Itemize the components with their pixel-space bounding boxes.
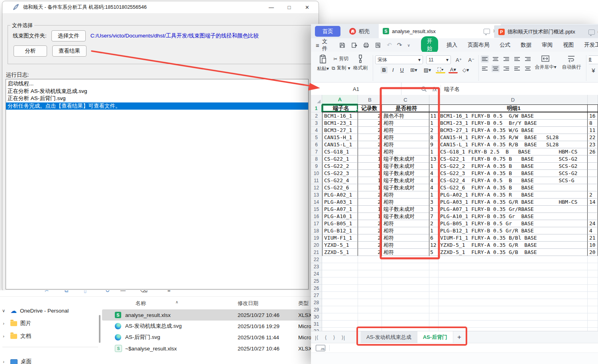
cell[interactable]: 24 xyxy=(588,220,598,227)
align-right-button[interactable] xyxy=(502,65,510,72)
cell[interactable]: 22 xyxy=(588,134,598,141)
row-header[interactable]: 4 xyxy=(311,127,322,134)
row-header[interactable]: 9 xyxy=(311,163,322,170)
cell[interactable] xyxy=(588,270,598,277)
cell[interactable]: 端子数未成对 xyxy=(382,184,429,191)
cell[interactable] xyxy=(382,321,429,328)
cell[interactable]: 1 xyxy=(358,206,382,213)
cell[interactable]: CAN15-H_1 FLRY-A 0.35 R/W BASE SL28 xyxy=(439,134,588,141)
cell[interactable] xyxy=(588,177,598,184)
cell[interactable] xyxy=(588,213,598,220)
cell[interactable]: 4 xyxy=(429,184,439,191)
analyze-button[interactable]: 分析 xyxy=(14,45,47,57)
cell[interactable] xyxy=(322,285,358,292)
cell[interactable] xyxy=(429,285,439,292)
sheet-grid[interactable]: 1端子名记录数是否相符明细12BCM1-16_12颜色不符11BCM1-16_1… xyxy=(311,104,598,331)
row-header[interactable]: 13 xyxy=(311,191,322,199)
cell[interactable] xyxy=(358,313,382,321)
cell[interactable]: 相符 xyxy=(382,199,429,206)
column-header-col5[interactable] xyxy=(588,95,598,104)
cell[interactable]: 26 xyxy=(588,148,598,155)
menu-file[interactable]: ≡ 文件 xyxy=(311,38,332,52)
cell[interactable]: PLG-B12_1 FLRY-B 0.5 Gr/R BASE xyxy=(439,227,588,234)
column-header-date[interactable]: 修改日期 xyxy=(238,300,258,307)
toolbar-icon-fragment[interactable]: ⌫ xyxy=(140,290,148,293)
save-icon[interactable] xyxy=(339,42,346,49)
js-macro-icon[interactable]: JS xyxy=(316,345,325,351)
cell[interactable]: 2 xyxy=(358,127,382,134)
cell[interactable]: 相符 xyxy=(382,242,429,249)
cell[interactable]: PLG-B12_1 xyxy=(322,227,358,234)
cell[interactable]: 2 xyxy=(588,191,598,199)
cell[interactable]: CS-G22_4 xyxy=(322,177,358,184)
cell[interactable]: 2 xyxy=(358,191,382,199)
tab-spreadsheet-document[interactable]: S analyse_result.xlsx ✕ xyxy=(379,24,501,38)
cell[interactable]: 10 xyxy=(588,242,598,249)
cell[interactable]: 8 xyxy=(429,134,439,141)
shading-button[interactable]: ▨▾ xyxy=(422,67,433,73)
chevron-right-icon[interactable]: › xyxy=(0,359,7,364)
row-header[interactable]: 7 xyxy=(311,148,322,155)
cell[interactable]: 8 xyxy=(588,120,598,127)
cell[interactable]: 颜色不符 xyxy=(382,112,429,120)
cell[interactable] xyxy=(588,277,598,285)
sheet-nav-next-icon[interactable]: ⟩ xyxy=(333,334,335,340)
print-preview-icon[interactable] xyxy=(375,42,382,49)
cell[interactable]: 相符 xyxy=(382,227,429,234)
cell[interactable]: 21 xyxy=(588,234,598,242)
cell[interactable]: CAN15-L_1 FLRY-A 0.35 R/B BASE SL28 xyxy=(439,141,588,148)
cell[interactable]: 9 xyxy=(429,141,439,148)
increase-indent-button[interactable] xyxy=(524,55,532,63)
merge-center-button[interactable]: 合并居中▾ xyxy=(532,54,559,71)
cell[interactable]: 14 xyxy=(588,199,598,206)
cell[interactable] xyxy=(358,321,382,328)
cell[interactable] xyxy=(439,306,588,313)
increase-font-button[interactable]: A⁺ xyxy=(454,57,464,63)
cell[interactable]: 2 xyxy=(429,127,439,134)
cell[interactable] xyxy=(439,277,588,285)
cell[interactable] xyxy=(439,270,588,277)
cell[interactable]: BCM3-27_1 FLRY-A 0.35 W/G BASE xyxy=(439,127,588,134)
row-header[interactable]: 32 xyxy=(311,328,322,331)
cell[interactable]: 2 xyxy=(358,242,382,249)
cell[interactable]: 5 xyxy=(429,249,439,256)
row-header[interactable]: 22 xyxy=(311,256,322,263)
toolbar-icon-fragment[interactable]: ⧉ xyxy=(65,290,68,294)
run-log-listbox[interactable]: 启动线程...正在分析 AS-发动机线束总成.svg正在分析 AS-后背门.sv… xyxy=(6,79,309,289)
column-header-col3[interactable] xyxy=(429,95,439,104)
cell[interactable] xyxy=(382,285,429,292)
row-header[interactable]: 14 xyxy=(311,199,322,206)
cell[interactable] xyxy=(358,270,382,277)
formula-value[interactable]: 端子名 xyxy=(444,86,460,93)
export-icon[interactable] xyxy=(351,42,358,49)
cell[interactable]: 端子数未成对 xyxy=(382,170,429,177)
cell[interactable]: 2 xyxy=(358,134,382,141)
cell[interactable]: 相符 xyxy=(382,191,429,199)
cell[interactable] xyxy=(429,328,439,331)
row-header[interactable]: 10 xyxy=(311,170,322,177)
cell[interactable] xyxy=(588,163,598,170)
cell[interactable] xyxy=(439,328,588,331)
cell[interactable] xyxy=(358,263,382,270)
font-color-button[interactable]: A▾ xyxy=(448,67,458,73)
valign-top-button[interactable] xyxy=(481,55,489,63)
add-sheet-button[interactable]: + xyxy=(453,331,465,343)
paste-button[interactable]: 粘贴▾ xyxy=(314,54,332,73)
cell[interactable] xyxy=(429,263,439,270)
cell[interactable] xyxy=(588,206,598,213)
sheet-nav-prev-icon[interactable]: ⟨ xyxy=(325,334,327,340)
row-header[interactable]: 3 xyxy=(311,120,322,127)
cell[interactable]: CS-G22_3 xyxy=(322,170,358,177)
maximize-button[interactable]: □ xyxy=(280,1,298,13)
tab-docer[interactable]: 稻壳 xyxy=(344,26,375,37)
cell[interactable] xyxy=(588,306,598,313)
cut-button[interactable]: ✂剪切 xyxy=(333,55,348,62)
valign-bottom-button[interactable] xyxy=(502,55,510,63)
undo-icon[interactable]: ↶ xyxy=(387,41,392,49)
cell[interactable]: 4 xyxy=(429,177,439,184)
borders-button[interactable]: ⊞▾ xyxy=(409,67,419,73)
toolbar-icon-fragment[interactable]: — xyxy=(120,290,126,293)
cell[interactable]: 相符 xyxy=(382,148,429,155)
cell[interactable]: 1 xyxy=(429,163,439,170)
cell[interactable]: CS-G22_4 FLRY-A 0.5 B BASE SCS-G xyxy=(439,177,588,184)
